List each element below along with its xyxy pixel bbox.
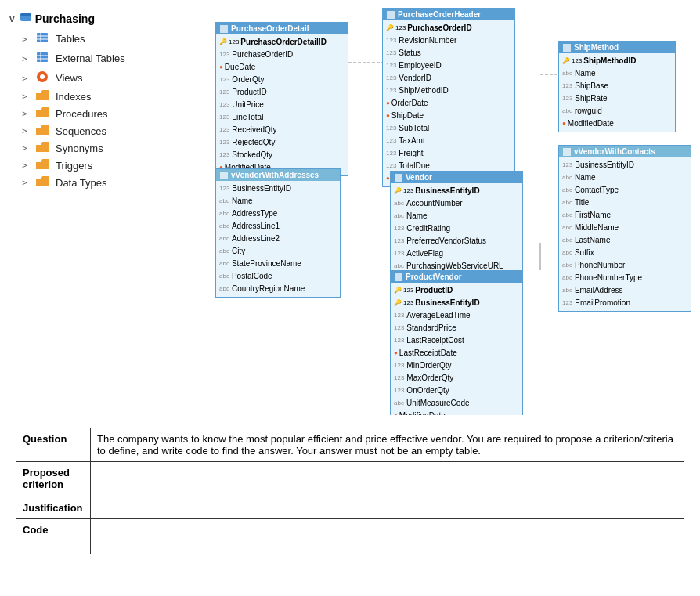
synonyms-icon: [36, 142, 49, 154]
field-pod-productid: 123ProductID: [216, 86, 348, 99]
sidebar-item-indexes[interactable]: > Indexes: [0, 88, 211, 105]
question-text: The company wants to know the most popul…: [97, 433, 673, 457]
field-poh-status: 123Status: [383, 47, 514, 60]
table-title-pod: PurchaseOrderDetail: [231, 24, 309, 33]
svg-point-11: [40, 74, 45, 79]
field-pv-onorderqty: 123OnOrderQty: [391, 385, 522, 397]
field-poh-vendorid: 123VendorID: [383, 72, 514, 85]
sidebar-item-triggers[interactable]: > Triggers: [0, 157, 211, 174]
field-pod-orderqty: 123OrderQty: [216, 74, 348, 86]
table-title-sm: ShipMethod: [574, 43, 619, 52]
field-pv-stdprice: 123StandardPrice: [391, 322, 522, 334]
sidebar-external-tables-label: External Tables: [56, 52, 125, 64]
field-poh-rev: 123RevisionNumber: [383, 34, 514, 47]
table-ship-method[interactable]: ShipMethod 🔑123ShipMethodID abcName 123S…: [558, 41, 676, 132]
table-purchase-order-header[interactable]: PurchaseOrderHeader 🔑123PurchaseOrderID …: [382, 8, 515, 187]
proposed-row: Proposedcriterion: [16, 462, 684, 497]
field-pv-minqty: 123MinOrderQty: [391, 359, 522, 372]
table-body-poh: 🔑123PurchaseOrderID 123RevisionNumber 12…: [383, 20, 514, 186]
table-body-vva: 123BusinessEntityID abcName abcAddressTy…: [216, 181, 340, 297]
field-v-name: abcName: [391, 210, 522, 222]
sidebar-procedures-label: Procedures: [56, 108, 107, 120]
table-product-vendor[interactable]: ProductVendor 🔑123ProductID 🔑123Business…: [390, 270, 523, 415]
field-vvc-title: abcTitle: [559, 197, 691, 209]
question-content-cell: The company wants to know the most popul…: [91, 428, 684, 462]
field-v-pk: 🔑123BusinessEntityID: [391, 185, 522, 197]
sidebar-views-label: Views: [56, 72, 82, 84]
field-pv-moddate: ●ModifiedDate: [391, 410, 522, 415]
sidebar-item-sequences[interactable]: > Sequences: [0, 122, 211, 139]
table-body-pv: 🔑123ProductID 🔑123BusinessEntityID 123Av…: [391, 283, 522, 415]
table-header-sm: ShipMethod: [559, 42, 675, 53]
field-poh-orderdate: ●OrderDate: [383, 97, 514, 110]
main-container: v Purchasing > Tables > External Tables …: [0, 0, 700, 415]
field-poh-subtotal: 123SubTotal: [383, 122, 514, 135]
table-header-vvc: vVendorWithContacts: [559, 146, 691, 157]
field-sm-moddate: ●ModifiedDate: [559, 117, 675, 130]
field-pod-rejectedqty: 123RejectedQty: [216, 136, 348, 149]
synonyms-arrow: >: [22, 143, 33, 153]
sidebar-item-external-tables[interactable]: > External Tables: [0, 49, 211, 68]
views-arrow: >: [22, 74, 33, 83]
qa-table: Question The company wants to know the m…: [16, 428, 684, 554]
field-v-acctnum: abcAccountNumber: [391, 197, 522, 210]
external-tables-icon: [36, 51, 49, 66]
external-tables-arrow: >: [22, 54, 33, 63]
field-vvc-middlename: abcMiddleName: [559, 222, 691, 234]
field-vva-stateprov: abcStateProvinceName: [216, 258, 340, 270]
field-sm-rowguid: abcrowguid: [559, 105, 675, 117]
field-pv-pk2: 🔑123BusinessEntityID: [391, 297, 522, 309]
field-vvc-lastname: abcLastName: [559, 234, 691, 247]
table-body-sm: 🔑123ShipMethodID abcName 123ShipBase 123…: [559, 53, 675, 132]
code-label-cell: Code: [16, 519, 91, 554]
field-vva-addr1: abcAddressLine1: [216, 220, 340, 233]
sidebar-indexes-label: Indexes: [56, 91, 92, 103]
field-vvc-name: abcName: [559, 172, 691, 184]
sidebar-item-purchasing[interactable]: v Purchasing: [0, 8, 211, 29]
sidebar-triggers-label: Triggers: [56, 160, 92, 172]
table-header-pod: PurchaseOrderDetail: [216, 23, 348, 34]
table-body-vvc: 123BusinessEntityID abcName abcContactTy…: [559, 157, 691, 311]
field-pv-pk1: 🔑123ProductID: [391, 284, 522, 297]
code-content-cell[interactable]: [91, 519, 684, 554]
field-pod-duedate: ●DueDate: [216, 61, 348, 74]
field-vvc-email: abcEmailAddress: [559, 284, 691, 297]
data-types-icon: [36, 176, 49, 189]
proposed-label: Proposedcriterion: [23, 467, 70, 490]
table-vvendor-addresses[interactable]: vVendorWithAddresses 123BusinessEntityID…: [215, 168, 341, 298]
field-v-creditrating: 123CreditRating: [391, 222, 522, 235]
question-row: Question The company wants to know the m…: [16, 428, 684, 462]
field-pod-stockedqty: 123StockedQty: [216, 149, 348, 161]
sidebar-item-data-types[interactable]: > Data Types: [0, 174, 211, 191]
field-vvc-beid: 123BusinessEntityID: [559, 159, 691, 172]
sidebar-data-types-label: Data Types: [56, 177, 107, 189]
table-title-pv: ProductVendor: [406, 273, 462, 281]
proposed-label-cell: Proposedcriterion: [16, 462, 91, 497]
field-pod-unitprice: 123UnitPrice: [216, 99, 348, 111]
sidebar-item-synonyms[interactable]: > Synonyms: [0, 139, 211, 157]
field-pod-receivedqty: 123ReceivedQty: [216, 124, 348, 136]
question-label-cell: Question: [16, 428, 91, 462]
sidebar-sequences-label: Sequences: [56, 125, 106, 137]
field-vvc-contacttype: abcContactType: [559, 184, 691, 197]
field-pod-poid: 123PurchaseOrderID: [216, 49, 348, 61]
justification-content-cell[interactable]: [91, 497, 684, 519]
sidebar-item-procedures[interactable]: > Procedures: [0, 105, 211, 122]
field-poh-taxamt: 123TaxAmt: [383, 135, 514, 147]
sequences-icon: [36, 125, 49, 137]
field-pv-lastdate: ●LastReceiptDate: [391, 347, 522, 359]
sidebar-item-tables[interactable]: > Tables: [0, 29, 211, 49]
proposed-content-cell[interactable]: [91, 462, 684, 497]
procedures-arrow: >: [22, 109, 33, 118]
table-header-v: Vendor: [391, 172, 522, 183]
field-poh-pk: 🔑123PurchaseOrderID: [383, 22, 514, 34]
field-v-prefvendstatus: 123PreferredVendorStatus: [391, 235, 522, 247]
field-vva-addrtype: abcAddressType: [216, 208, 340, 220]
field-pv-unitcode: abcUnitMeasureCode: [391, 397, 522, 410]
field-poh-shipmethodid: 123ShipMethodID: [383, 85, 514, 97]
table-vvendor-contacts[interactable]: vVendorWithContacts 123BusinessEntityID …: [558, 145, 691, 312]
table-purchase-order-detail[interactable]: PurchaseOrderDetail 🔑123PurchaseOrderDet…: [215, 22, 348, 176]
field-sm-pk: 🔑123ShipMethodID: [559, 55, 675, 67]
justification-row: Justification: [16, 497, 684, 519]
sidebar-item-views[interactable]: > Views: [0, 68, 211, 88]
